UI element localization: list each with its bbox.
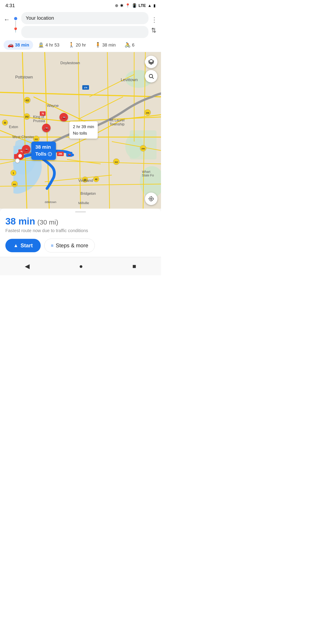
svg-text:295: 295 [58,153,62,155]
search-inputs [21,12,148,38]
status-bar: 4:31 ⊕ ✱ 📍 📳 LTE ▲ ▮ [0,0,161,10]
add-circle-icon: ⊕ [115,3,118,8]
svg-text:Levittown: Levittown [121,78,138,82]
recents-nav-button[interactable]: ■ [127,261,142,272]
svg-text:Whart: Whart [142,170,150,174]
svg-text:ddletown: ddletown [45,200,56,204]
svg-text:322: 322 [114,161,118,163]
tab-walk[interactable]: 🚶 20 hr [64,40,90,50]
svg-line-83 [152,77,154,79]
tab-walk-label: 20 hr [76,42,86,48]
map-layers-button[interactable] [145,56,158,68]
route-line [16,21,16,27]
svg-text:🚗: 🚗 [68,152,71,156]
back-nav-button[interactable]: ◀ [20,261,35,272]
destination-pin: 📍 [12,28,18,33]
navigation-icon: ▲ [14,242,18,248]
destination-input[interactable] [21,26,148,38]
traffic-incident-2: 🚗 [42,124,50,132]
tab-bike[interactable]: 🚴 6 [120,40,138,50]
location-icon: 📍 [125,3,130,8]
bottom-panel: 38 min (30 mi) Fastest route now due to … [0,209,161,257]
svg-text:Mt Laurel: Mt Laurel [110,118,124,122]
svg-text:Prussia: Prussia [33,119,45,123]
steps-icon: ≡ [51,243,54,248]
tolls-info-icon: i [48,152,52,156]
origin-input[interactable] [21,12,148,24]
route-distance: (30 mi) [37,218,58,226]
bottom-nav: ◀ ● ■ [0,257,161,275]
bluetooth-icon: ✱ [120,3,124,8]
tolls-label: Tolls [35,151,46,158]
route-tolls-tooltip[interactable]: 38 min Tolls i [31,142,56,160]
map-container[interactable]: 95 295 76 276 202 422 322 30 1 [0,52,161,209]
tolls-time: 38 min [35,144,52,151]
my-location-button[interactable] [145,192,158,205]
svg-text:76: 76 [41,112,44,115]
svg-text:206: 206 [146,112,149,114]
rideshare-icon: 🧍 [95,42,101,48]
traffic-incident-3: 🚗 [22,145,30,154]
svg-text:King of: King of [33,115,44,119]
start-label: Start [20,242,33,249]
svg-text:40: 40 [95,178,98,181]
svg-point-84 [150,198,152,200]
car-crash-icon-2: 🚗 [44,126,49,130]
svg-text:301: 301 [13,183,16,186]
more-options-button[interactable]: ⋮ [151,13,158,24]
origin-dot [14,17,17,20]
svg-text:322: 322 [34,138,38,140]
transport-tabs: 🚗 38 min 🚊 4 hr 53 🚶 20 hr 🧍 38 min 🚴 6 [0,38,161,52]
route-description: Fastest route now due to traffic conditi… [5,228,156,233]
back-button[interactable]: ← [4,12,10,23]
svg-text:1: 1 [13,172,14,174]
svg-text:Pottstown: Pottstown [15,75,33,80]
swap-direction-button[interactable]: ⇅ [151,24,158,34]
no-tolls-time: 2 hr 39 min [73,124,94,130]
svg-point-85 [149,197,154,201]
bike-icon: 🚴 [124,42,130,48]
svg-point-82 [149,74,152,78]
traffic-incident-1: 🚗 [60,113,68,122]
svg-text:Millville: Millville [78,201,89,205]
svg-text:206: 206 [141,148,145,150]
tab-rideshare-label: 38 min [102,42,116,48]
action-buttons: ▲ Start ≡ Steps & more [5,238,156,252]
home-nav-button[interactable]: ● [74,261,88,272]
svg-text:Doylestown: Doylestown [60,61,80,65]
tab-transit-label: 4 hr 53 [46,42,59,48]
route-time: 38 min (30 mi) [5,216,156,227]
no-tolls-label: No tolls [73,130,94,137]
route-duration: 38 min [5,216,35,227]
tolls-info: Tolls i [35,151,52,158]
status-time: 4:31 [5,3,15,8]
car-crash-icon-3: 🚗 [24,147,28,152]
lte-label: LTE [139,3,146,8]
steps-label: Steps & more [56,242,88,249]
svg-point-78 [15,158,20,163]
start-button[interactable]: ▲ Start [5,239,41,252]
battery-icon: ▮ [154,3,156,8]
tab-drive[interactable]: 🚗 38 min [4,40,33,50]
walk-icon: 🚶 [68,42,74,48]
svg-text:Bridgeton: Bridgeton [80,192,96,196]
vibrate-icon: 📳 [132,3,137,8]
svg-rect-4 [130,130,156,160]
signal-icon: ▲ [148,3,152,8]
route-no-tolls-tooltip[interactable]: 2 hr 39 min No tolls [69,122,98,139]
steps-more-button[interactable]: ≡ Steps & more [44,238,94,252]
tab-bike-label: 6 [132,42,134,48]
svg-text:West Chester: West Chester [12,135,34,139]
svg-point-77 [18,154,22,158]
svg-text:276: 276 [84,86,87,89]
tab-rideshare[interactable]: 🧍 38 min [91,40,120,50]
svg-text:State Fo: State Fo [142,174,154,177]
tab-transit[interactable]: 🚊 4 hr 53 [34,40,63,50]
svg-text:Vineland: Vineland [78,178,93,183]
svg-text:422: 422 [26,99,29,102]
svg-text:30: 30 [4,122,6,124]
svg-text:Township: Township [110,122,124,126]
car-crash-icon: 🚗 [61,115,66,120]
map-search-button[interactable] [145,70,158,82]
svg-text:Exton: Exton [9,125,18,129]
